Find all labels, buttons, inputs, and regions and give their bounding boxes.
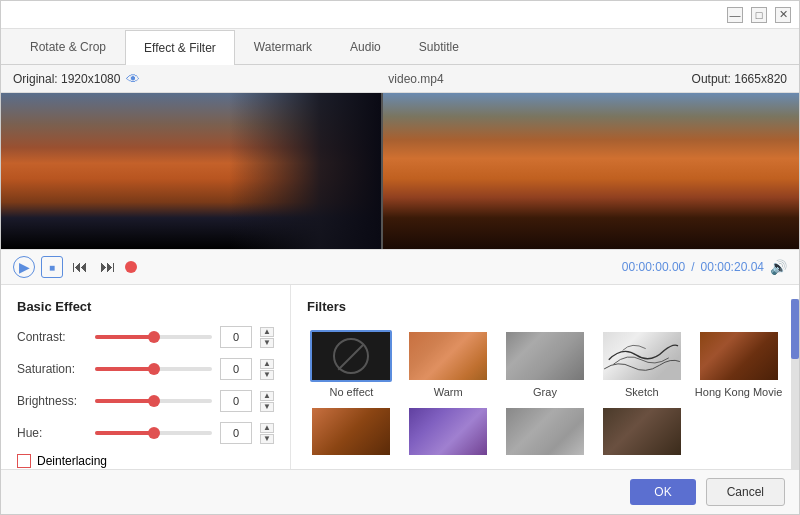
deinterlace-row: Deinterlacing — [17, 454, 274, 468]
saturation-slider[interactable] — [95, 367, 212, 371]
prev-button[interactable]: ⏮ — [69, 256, 91, 278]
tab-watermark[interactable]: Watermark — [235, 29, 331, 64]
time-total: 00:00:20.04 — [701, 260, 764, 274]
sketch-svg — [603, 332, 681, 380]
contrast-down[interactable]: ▼ — [260, 338, 274, 348]
brightness-slider[interactable] — [95, 399, 212, 403]
tab-audio[interactable]: Audio — [331, 29, 400, 64]
deinterlace-checkbox[interactable] — [17, 454, 31, 468]
window-controls: — □ ✕ — [727, 7, 791, 23]
video-frame-right — [383, 93, 799, 249]
saturation-value: 0 — [220, 358, 252, 380]
brightness-down[interactable]: ▼ — [260, 402, 274, 412]
video-preview-right — [383, 93, 799, 249]
filter-item-row2c[interactable] — [501, 406, 590, 455]
stop-button[interactable]: ■ — [41, 256, 63, 278]
titlebar: — □ ✕ — [1, 1, 799, 29]
filename-display: video.mp4 — [140, 72, 691, 86]
saturation-fill — [95, 367, 154, 371]
filters-scrollbar-thumb[interactable] — [791, 299, 799, 359]
contrast-up[interactable]: ▲ — [260, 327, 274, 337]
brightness-up[interactable]: ▲ — [260, 391, 274, 401]
filters-scrollbar[interactable] — [791, 299, 799, 469]
minimize-button[interactable]: — — [727, 7, 743, 23]
saturation-up[interactable]: ▲ — [260, 359, 274, 369]
output-label: Output: 1665x820 — [692, 72, 787, 86]
preview-header: Original: 1920x1080 👁 video.mp4 Output: … — [1, 65, 799, 93]
tab-effect-filter[interactable]: Effect & Filter — [125, 30, 235, 65]
filter-item-no-effect[interactable]: No effect — [307, 330, 396, 398]
filter-item-sketch[interactable]: Sketch — [597, 330, 686, 398]
hue-up[interactable]: ▲ — [260, 423, 274, 433]
brightness-row: Brightness: 0 ▲ ▼ — [17, 390, 274, 412]
filter-label-hk: Hong Kong Movie — [695, 386, 782, 398]
tab-rotate-crop[interactable]: Rotate & Crop — [11, 29, 125, 64]
hue-thumb[interactable] — [148, 427, 160, 439]
contrast-arrows: ▲ ▼ — [260, 327, 274, 348]
hue-value: 0 — [220, 422, 252, 444]
contrast-label: Contrast: — [17, 330, 87, 344]
filter-item-warm[interactable]: Warm — [404, 330, 493, 398]
filter-item-row2d[interactable] — [597, 406, 686, 455]
video-preview-left — [1, 93, 381, 249]
ok-button[interactable]: OK — [630, 479, 695, 505]
preview-area: Original: 1920x1080 👁 video.mp4 Output: … — [1, 65, 799, 285]
eye-icon[interactable]: 👁 — [126, 71, 140, 87]
filter-label-sketch: Sketch — [625, 386, 659, 398]
brightness-thumb[interactable] — [148, 395, 160, 407]
filters-title: Filters — [307, 299, 783, 314]
record-button[interactable] — [125, 261, 137, 273]
contrast-slider[interactable] — [95, 335, 212, 339]
saturation-row: Saturation: 0 ▲ ▼ — [17, 358, 274, 380]
time-current: 00:00:00.00 — [622, 260, 685, 274]
next-button[interactable]: ⏭ — [97, 256, 119, 278]
filter-label-no-effect: No effect — [329, 386, 373, 398]
brightness-arrows: ▲ ▼ — [260, 391, 274, 412]
filter-item-gray[interactable]: Gray — [501, 330, 590, 398]
sketch-bg — [603, 332, 681, 380]
close-button[interactable]: ✕ — [775, 7, 791, 23]
saturation-down[interactable]: ▼ — [260, 370, 274, 380]
play-button[interactable]: ▶ — [13, 256, 35, 278]
filter-thumb-no-effect — [310, 330, 392, 382]
basic-effect-panel: Basic Effect Contrast: 0 ▲ ▼ Saturation: — [1, 285, 291, 469]
volume-icon[interactable]: 🔊 — [770, 259, 787, 275]
no-effect-circle — [333, 338, 369, 374]
saturation-arrows: ▲ ▼ — [260, 359, 274, 380]
row2d-bg — [603, 408, 681, 455]
contrast-fill — [95, 335, 154, 339]
row2c-bg — [506, 408, 584, 455]
main-window: — □ ✕ Rotate & Crop Effect & Filter Wate… — [0, 0, 800, 515]
contrast-thumb[interactable] — [148, 331, 160, 343]
hue-fill — [95, 431, 154, 435]
cancel-button[interactable]: Cancel — [706, 478, 785, 506]
filter-thumb-hk — [698, 330, 780, 382]
filter-thumb-row2b — [407, 406, 489, 455]
brightness-value: 0 — [220, 390, 252, 412]
filter-item-hk[interactable]: Hong Kong Movie — [694, 330, 783, 398]
filter-thumb-row2c — [504, 406, 586, 455]
row2b-bg — [409, 408, 487, 455]
time-sep: / — [691, 260, 694, 274]
filter-item-row2b[interactable] — [404, 406, 493, 455]
filter-thumb-row2a — [310, 406, 392, 455]
tab-subtitle[interactable]: Subtitle — [400, 29, 478, 64]
original-label: Original: 1920x1080 — [13, 72, 120, 86]
footer: OK Cancel — [1, 469, 799, 514]
gray-bg — [506, 332, 584, 380]
filter-item-row2a[interactable] — [307, 406, 396, 455]
filter-thumb-gray — [504, 330, 586, 382]
deinterlace-label: Deinterlacing — [37, 454, 107, 468]
original-info: Original: 1920x1080 👁 — [13, 71, 140, 87]
preview-videos — [1, 93, 799, 249]
playback-controls: ▶ ■ ⏮ ⏭ — [13, 256, 137, 278]
filter-label-gray: Gray — [533, 386, 557, 398]
hue-slider[interactable] — [95, 431, 212, 435]
saturation-label: Saturation: — [17, 362, 87, 376]
saturation-thumb[interactable] — [148, 363, 160, 375]
no-effect-bg — [312, 332, 390, 380]
filters-panel: Filters No effect Warm — [291, 285, 799, 469]
maximize-button[interactable]: □ — [751, 7, 767, 23]
basic-effect-title: Basic Effect — [17, 299, 274, 314]
hue-down[interactable]: ▼ — [260, 434, 274, 444]
